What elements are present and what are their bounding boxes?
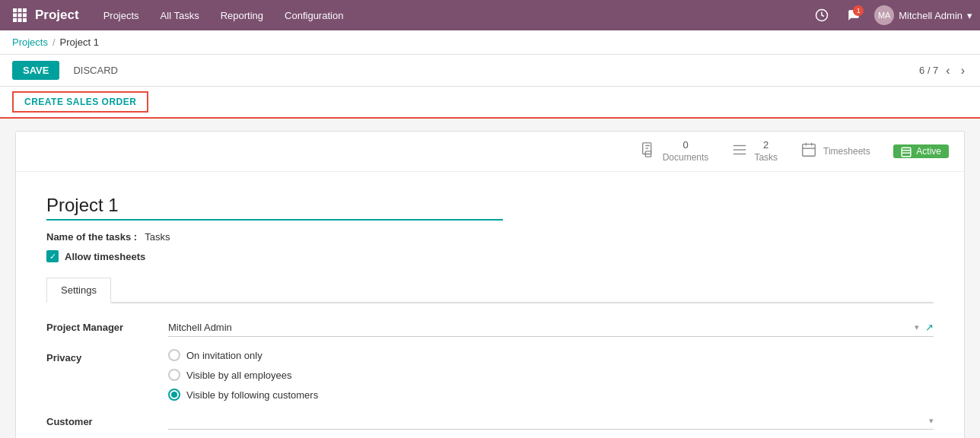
project-manager-select[interactable]: Mitchell Admin ▾ ↗ [168, 319, 934, 337]
nav-item-reporting[interactable]: Reporting [212, 5, 272, 26]
breadcrumb-separator: / [52, 36, 56, 48]
project-manager-row: Project Manager Mitchell Admin ▾ ↗ [46, 319, 934, 337]
svg-rect-5 [23, 14, 27, 17]
privacy-option-2-label: Visible by following customers [186, 389, 318, 401]
grid-menu-icon[interactable] [8, 3, 32, 27]
svg-rect-1 [18, 8, 22, 12]
privacy-label: Privacy [46, 349, 168, 363]
card-form: Name of the tasks : Tasks ✓ Allow timesh… [16, 172, 964, 438]
nav-item-configuration[interactable]: Configuration [275, 5, 352, 26]
notification-badge: 1 [853, 5, 864, 16]
main-content: 0 Documents 2 Tasks [0, 119, 980, 438]
nav-item-all-tasks[interactable]: All Tasks [151, 5, 208, 26]
svg-rect-0 [13, 8, 17, 12]
svg-rect-6 [13, 18, 17, 22]
project-manager-value: Mitchell Admin [168, 322, 232, 333]
documents-icon [640, 141, 657, 162]
sales-order-bar: CREATE SALES ORDER [0, 87, 980, 119]
project-card: 0 Documents 2 Tasks [15, 131, 965, 438]
radio-dot-2 [168, 389, 180, 401]
active-badge[interactable]: Active [893, 145, 949, 157]
privacy-option-1-label: Visible by all employees [186, 370, 292, 381]
privacy-radio-group: On invitation only Visible by all employ… [168, 349, 934, 401]
tasks-count: 2 [763, 139, 768, 152]
documents-label: Documents [663, 152, 709, 164]
card-stats: 0 Documents 2 Tasks [16, 132, 964, 172]
project-name-input[interactable] [46, 195, 503, 221]
stat-documents[interactable]: 0 Documents [640, 139, 709, 163]
allow-timesheets-checkbox[interactable]: ✓ [46, 250, 59, 262]
name-of-tasks-value: Tasks [145, 231, 170, 243]
customer-caret: ▾ [929, 416, 934, 426]
pagination-next[interactable]: › [958, 62, 968, 79]
svg-rect-21 [902, 148, 911, 157]
project-manager-label: Project Manager [46, 319, 168, 333]
privacy-field: On invitation only Visible by all employ… [168, 349, 934, 401]
timesheets-icon [800, 141, 817, 162]
breadcrumb-parent[interactable]: Projects [12, 36, 48, 48]
stat-tasks[interactable]: 2 Tasks [731, 139, 778, 163]
active-label: Active [916, 146, 941, 157]
avatar: MA [874, 5, 894, 25]
name-of-tasks-label: Name of the tasks : [46, 231, 137, 243]
svg-rect-4 [18, 14, 22, 17]
allow-timesheets-row: ✓ Allow timesheets [46, 250, 934, 262]
topbar: Project Projects All Tasks Reporting Con… [0, 0, 980, 30]
timesheets-label: Timesheets [823, 146, 870, 157]
breadcrumb: Projects / Project 1 [0, 30, 980, 55]
create-sales-order-button[interactable]: CREATE SALES ORDER [12, 91, 148, 113]
save-button[interactable]: SAVE [12, 61, 59, 80]
privacy-option-1[interactable]: Visible by all employees [168, 369, 934, 381]
discard-button[interactable]: DISCARD [65, 61, 126, 80]
tab-settings[interactable]: Settings [46, 278, 111, 303]
radio-dot-1 [168, 369, 180, 381]
svg-rect-7 [18, 18, 22, 22]
radio-dot-0 [168, 349, 180, 361]
svg-rect-15 [803, 144, 816, 156]
documents-count: 0 [682, 139, 688, 152]
project-manager-field: Mitchell Admin ▾ ↗ [168, 319, 934, 337]
app-title: Project [35, 8, 79, 23]
privacy-option-2[interactable]: Visible by following customers [168, 389, 934, 401]
settings-form: Project Manager Mitchell Admin ▾ ↗ Pri [46, 303, 934, 438]
pagination: 6 / 7 ‹ › [919, 62, 968, 79]
breadcrumb-current: Project 1 [60, 36, 99, 48]
allow-timesheets-label: Allow timesheets [65, 251, 145, 262]
tasks-label: Tasks [754, 152, 778, 164]
privacy-option-0-label: On invitation only [186, 350, 262, 361]
tasks-icon [731, 141, 748, 162]
pagination-prev[interactable]: ‹ [943, 62, 953, 79]
stat-timesheets[interactable]: Timesheets [800, 141, 870, 162]
tabs-bar: Settings [46, 278, 934, 303]
customer-field: ▾ [168, 413, 934, 430]
svg-rect-2 [23, 8, 27, 12]
topbar-right: 1 MA Mitchell Admin ▾ [810, 4, 972, 27]
svg-rect-3 [13, 14, 17, 17]
clock-icon[interactable] [810, 4, 833, 27]
pagination-text: 6 / 7 [919, 65, 938, 76]
customer-select[interactable]: ▾ [168, 413, 934, 430]
user-name: Mitchell Admin [899, 10, 963, 21]
action-bar: SAVE DISCARD 6 / 7 ‹ › [0, 55, 980, 87]
customer-row: Customer ▾ [46, 413, 934, 430]
privacy-row: Privacy On invitation only Visible by al… [46, 349, 934, 401]
user-menu-caret: ▾ [967, 10, 972, 21]
chat-icon[interactable]: 1 [842, 4, 865, 27]
project-manager-external-link[interactable]: ↗ [925, 322, 934, 333]
customer-label: Customer [46, 413, 168, 427]
svg-rect-8 [23, 18, 27, 22]
project-manager-caret: ▾ [915, 322, 919, 332]
name-of-tasks-row: Name of the tasks : Tasks [46, 231, 934, 243]
user-menu[interactable]: MA Mitchell Admin ▾ [874, 5, 972, 25]
privacy-option-0[interactable]: On invitation only [168, 349, 934, 361]
top-nav: Projects All Tasks Reporting Configurati… [94, 5, 811, 26]
nav-item-projects[interactable]: Projects [94, 5, 148, 26]
